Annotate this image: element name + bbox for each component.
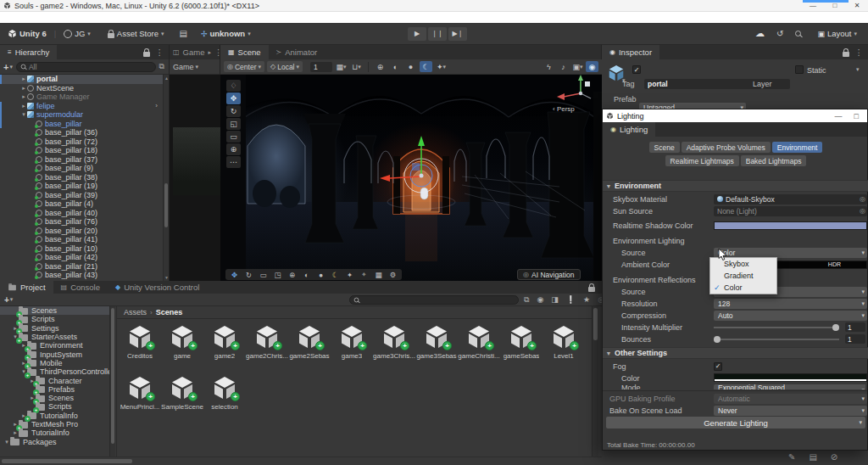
info-icon[interactable]: ❕ [566,295,576,305]
kebab-menu-icon[interactable]: ⋮ [855,48,864,57]
dropdown-option[interactable]: ✓ Color [710,282,776,294]
lock-icon[interactable] [143,52,150,57]
pivot-dropdown[interactable]: ◎Center▾ [224,61,264,72]
dropdown-option[interactable]: ✓ Gradient [710,270,776,282]
bounces-value-field[interactable]: 1 [845,334,865,344]
hierarchy-item[interactable]: base_pillar (38) [0,173,163,182]
grid-overlay-icon[interactable]: ▦ [371,271,386,279]
lighting-titlebar[interactable]: Lighting — □ [603,109,867,122]
scrollbar-thumb[interactable] [111,308,114,444]
folder-tree-item[interactable]: ▸ TutorialInfo [0,412,109,420]
search-icon[interactable] [795,31,801,36]
rotate-overlay-icon[interactable]: ↻ [242,271,256,279]
tab-lighting[interactable]: ◉ Lighting [603,122,655,137]
settings-overlay-icon[interactable]: ⚙ [386,271,400,279]
transform-tool-button[interactable]: ⊕ [226,143,241,155]
hierarchy-item[interactable]: base_pillar (40) [0,209,163,218]
camera-view-toggle[interactable]: ◉ [586,61,598,72]
active-checkbox[interactable]: ✓ [632,65,641,74]
more-tools-button[interactable]: ⋯ [226,156,241,168]
asset-scene-item[interactable]: + MenuPrinci... [119,374,161,422]
resolution-dropdown[interactable]: 128 [714,299,867,309]
shading-overlay-icon[interactable]: ◐ [299,271,314,279]
folder-tree-item[interactable]: Scripts [0,315,109,323]
rect-tool-button[interactable]: ▭ [226,131,241,143]
intensity-value-field[interactable]: 1 [845,322,865,332]
hierarchy-item[interactable]: ▸ felipe › [0,102,163,111]
tab-project[interactable]: Project [0,281,53,294]
sub-tab-realtime-lightmaps[interactable]: Realtime Lightmaps [665,155,739,166]
sphere-overlay-icon[interactable]: ● [314,271,328,279]
tab-scroll-arrow-icon[interactable]: ▸ [208,49,211,56]
asset-scene-item[interactable]: + game3Chris... [373,323,415,371]
gizmo-crosshair-toggle[interactable]: ⊕ [374,61,387,72]
other-settings-header[interactable]: ▼ Other Settings [603,347,868,359]
close-button[interactable]: ✕ [846,0,868,11]
folder-tree-item[interactable]: ▾ Packages [0,437,109,445]
activity-status-icon[interactable]: ⊘ [831,452,837,462]
minimize-button[interactable]: — [835,112,843,120]
asset-scene-item[interactable]: + gameSebas [500,323,542,371]
label-icon[interactable]: ◨ [551,295,559,305]
lighting-source-dropdown[interactable]: Color [714,248,867,258]
expand-arrow-icon[interactable]: ▾ [3,439,10,445]
effects-overlay-icon[interactable]: ✦ [342,271,357,279]
scroll-up-icon[interactable]: ▲ [164,76,169,81]
asset-scene-item[interactable]: + game2Sebas [288,323,331,371]
folder-tree-item[interactable]: ▸ Environment [0,341,109,350]
sub-tab-baked-lightmaps[interactable]: Baked Lightmaps [741,155,807,166]
rect-overlay-icon[interactable]: ▭ [256,271,270,279]
pivot-overlay-icon[interactable]: ⊕ [285,271,299,279]
snap-toggle-dropdown[interactable]: ⊔▾ [350,61,363,72]
handle-space-dropdown[interactable]: ◇Local▾ [267,61,303,72]
tab-hierarchy[interactable]: ≡ Hierarchy [0,45,57,59]
hierarchy-item[interactable]: base_pillar (9) [0,164,163,173]
scene-viewport[interactable]: ‹ Persp ♢ ✥ ↻ ◱ ▭ ⊕ ⋯ ✥ ↻ ▭ ◳ ⊕ ◐ ● ☾ ✦ … [220,75,602,281]
project-search-input[interactable] [349,295,519,305]
hierarchy-item[interactable]: base_pillar (19) [0,182,163,191]
slider-thumb[interactable] [832,324,839,331]
move-tool-button[interactable]: ✥ [226,92,241,104]
folder-tree-item[interactable]: ▸ TutorialInfo [0,429,109,437]
fog-checkbox[interactable]: ✓ [714,362,722,371]
open-in-new-icon[interactable]: ⧉ [524,295,529,305]
slider-thumb[interactable] [714,336,721,343]
gpu-baking-dropdown[interactable]: Automatic [714,394,867,404]
object-picker-icon[interactable]: ◎ [860,207,865,215]
hierarchy-item[interactable]: base_pillar (10) [0,244,163,254]
effects-dropdown[interactable]: ✦▾ [435,61,448,72]
hierarchy-item[interactable]: base_pillar (41) [0,235,163,244]
environment-section-header[interactable]: ▼ Environment [603,180,868,192]
fog-color-swatch[interactable] [714,373,867,382]
prefab-open-chevron[interactable]: › [155,102,163,109]
hierarchy-item[interactable]: base_pillar (39) [0,191,163,200]
2d-mode-toggle[interactable]: ● [404,61,417,72]
hierarchy-item[interactable]: ▸ NextScene [0,84,163,93]
expand-arrow-icon[interactable]: ▸ [12,429,19,436]
folder-tree-item[interactable]: ▸ TextMesh Pro [0,420,109,429]
expand-arrow-icon[interactable]: ▸ [20,103,27,109]
hierarchy-item[interactable]: base_pillar (42) [0,253,163,262]
rotate-tool-button[interactable]: ↻ [226,105,241,117]
favorite-star-icon[interactable]: ★ [583,295,590,305]
splitter[interactable] [116,306,117,457]
account-dropdown[interactable]: JG▾ [59,26,95,42]
audio-mute-toggle[interactable]: ♪ [557,61,570,72]
hierarchy-item[interactable]: base_pillar (4) [0,199,163,209]
asset-scene-item[interactable]: + gameChristi... [458,323,500,371]
intensity-slider[interactable] [714,327,839,328]
layout-dropdown[interactable]: ▣ Layout▾ [813,26,861,42]
foldout-arrow-icon[interactable]: ▼ [603,350,615,356]
ai-navigation-overlay[interactable]: ◎ AI Navigation [517,269,581,280]
perspective-label[interactable]: ‹ Persp [553,105,575,113]
kebab-menu-icon[interactable]: ⋮ [156,48,164,57]
asset-scene-item[interactable]: + game3 [331,323,373,371]
cloud-icon[interactable]: ☁ [755,28,765,39]
shadow-color-swatch[interactable] [714,221,867,230]
mode-tab-environment[interactable]: Environment [772,142,823,153]
expand-arrow-icon[interactable]: ▸ [20,85,27,92]
hierarchy-item[interactable]: base_pillar (21) [0,262,163,272]
view-tool-button[interactable]: ♢ [226,80,241,92]
sun-source-field[interactable]: None (Light) ◎ [714,206,867,216]
scrollbar-thumb[interactable] [593,308,598,340]
